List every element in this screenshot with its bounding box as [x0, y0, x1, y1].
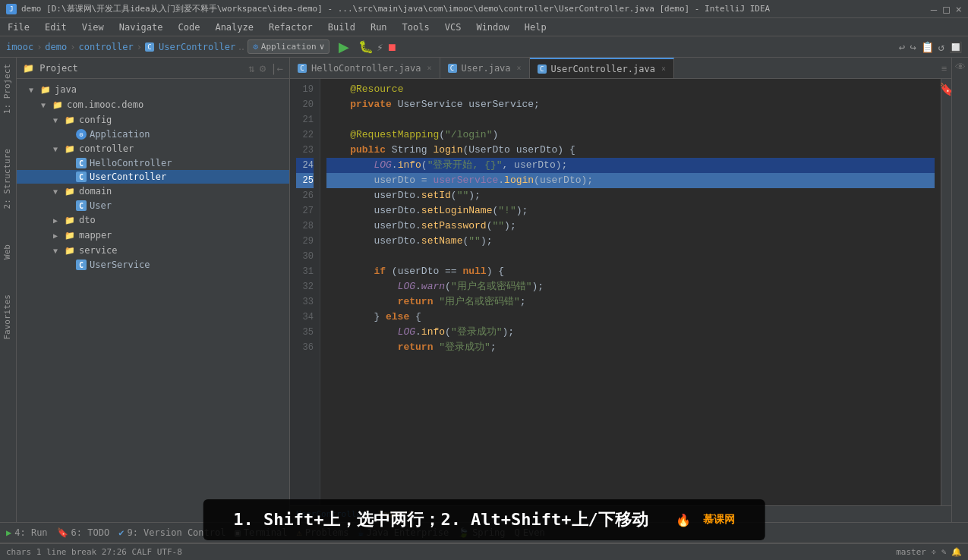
left-vertical-tabs: 1: Project 2: Structure Web Favorites: [0, 58, 17, 522]
layout-button[interactable]: 🔲: [949, 41, 962, 53]
copy-button[interactable]: 📋: [921, 41, 934, 53]
refresh-button[interactable]: ↺: [938, 41, 944, 53]
app-icon: J: [6, 4, 17, 14]
tab-favorites[interactable]: Favorites: [0, 288, 16, 346]
code-line-29: userDto.setName("");: [326, 234, 935, 249]
close-button[interactable]: ×: [956, 3, 962, 15]
code-line-22: @RequestMapping("/login"): [326, 127, 935, 143]
run-config-selector[interactable]: ⚙ Application ∨: [248, 39, 329, 54]
menu-item-navigate[interactable]: Navigate: [116, 20, 166, 34]
tree-item-controller[interactable]: ▼ 📁 controller: [17, 141, 289, 156]
code-line-27: userDto.setLoginName("!");: [326, 203, 935, 219]
breadcrumb-usercontroller[interactable]: UserController: [159, 42, 235, 52]
menu-item-run[interactable]: Run: [367, 20, 390, 34]
editor-area: C HelloController.java × C User.java × C…: [290, 58, 951, 522]
project-panel-actions: ⇅ ⚙ |←: [248, 62, 283, 74]
code-editor: 19 20 21 22 23 24 25 26 27 28 29 30 31 3…: [290, 79, 941, 505]
menu-item-tools[interactable]: Tools: [399, 20, 433, 34]
redo-button[interactable]: ↪: [910, 41, 916, 53]
tab-hellocontroller[interactable]: C HelloController.java ×: [290, 58, 440, 79]
breadcrumb-imooc[interactable]: imooc: [6, 42, 33, 52]
code-line-30: [326, 249, 935, 264]
settings-icon[interactable]: ⚙: [260, 62, 266, 74]
editor-with-gutter: 19 20 21 22 23 24 25 26 27 28 29 30 31 3…: [290, 79, 951, 505]
todo-tool-icon: 🔖: [57, 527, 68, 538]
run-tool[interactable]: ▶ 4: Run: [6, 527, 48, 538]
coverage-button[interactable]: ⚡: [377, 41, 383, 53]
breadcrumb-demo[interactable]: demo: [45, 42, 67, 52]
toolbar-right: ↩ ↪ 📋 ↺ 🔲: [899, 41, 962, 53]
tree-item-userservice[interactable]: C UserService: [17, 258, 289, 272]
code-line-21: [326, 112, 935, 127]
tree-item-usercontroller[interactable]: C UserController: [17, 170, 289, 184]
menu-bar: FileEditViewNavigateCodeAnalyzeRefactorB…: [0, 18, 968, 36]
tree-item-java[interactable]: ▼ 📁 java: [17, 82, 289, 97]
tree-item-application[interactable]: ⚙ Application: [17, 127, 289, 141]
project-panel-title: 📁 Project: [23, 63, 78, 74]
close-tab-1[interactable]: ×: [427, 64, 432, 72]
package-folder-icon: 📁: [52, 99, 64, 111]
java-class-icon-4: C: [76, 260, 87, 270]
controller-folder-icon: 📁: [64, 143, 76, 155]
tree-item-mapper[interactable]: ▶ 📁 mapper: [17, 228, 289, 243]
run-tool-label: 4: Run: [14, 527, 47, 538]
stop-button[interactable]: ⏹: [386, 41, 397, 53]
code-content[interactable]: @Resource private UserService userServic…: [320, 79, 941, 505]
minimize-button[interactable]: —: [931, 3, 937, 15]
line-numbers: 19 20 21 22 23 24 25 26 27 28 29 30 31 3…: [290, 79, 320, 505]
menu-item-analyze[interactable]: Analyze: [212, 20, 257, 34]
code-line-20: private UserService userService;: [326, 97, 935, 112]
code-line-31: if (userDto == null) {: [326, 264, 935, 279]
tree-item-com-imooc-demo[interactable]: ▼ 📁 com.imooc.demo: [17, 97, 289, 112]
code-line-34: } else {: [326, 310, 935, 325]
tab-usercontroller[interactable]: C UserController.java ×: [530, 58, 674, 79]
menu-item-code[interactable]: Code: [175, 20, 203, 34]
editor-right-gutter[interactable]: 🔖: [941, 79, 951, 505]
menu-item-view[interactable]: View: [79, 20, 107, 34]
close-tab-2[interactable]: ×: [517, 64, 522, 72]
debug-button[interactable]: 🐛: [358, 39, 374, 54]
menu-item-vcs[interactable]: VCS: [442, 20, 465, 34]
tree-item-dto[interactable]: ▶ 📁 dto: [17, 212, 289, 228]
eye-icon[interactable]: 👁: [955, 61, 966, 73]
breadcrumb-controller[interactable]: controller: [79, 42, 134, 52]
tab-settings-icon[interactable]: ≡: [941, 63, 947, 74]
java-class-icon-3: C: [76, 200, 87, 211]
maximize-button[interactable]: □: [943, 3, 949, 15]
menu-item-file[interactable]: File: [5, 20, 33, 34]
close-tab-3[interactable]: ×: [661, 64, 666, 73]
tab-java-icon-1: C: [298, 64, 307, 73]
menu-item-build[interactable]: Build: [325, 20, 358, 34]
java-class-icon-2: C: [76, 171, 87, 182]
tree-item-domain[interactable]: ▼ 📁 domain: [17, 184, 289, 199]
todo-tool[interactable]: 🔖 6: TODO: [57, 527, 110, 538]
tree-item-user[interactable]: C User: [17, 199, 289, 212]
run-button[interactable]: ▶: [333, 37, 355, 57]
menu-item-help[interactable]: Help: [522, 20, 550, 34]
tab-web[interactable]: Web: [0, 238, 16, 266]
domain-folder-icon: 📁: [64, 185, 76, 197]
code-line-19: @Resource: [326, 82, 935, 97]
code-line-35: LOG.info("登录成功");: [326, 325, 935, 340]
run-tool-icon: ▶: [6, 527, 11, 538]
undo-button[interactable]: ↩: [899, 41, 905, 53]
pin-icon[interactable]: |←: [270, 62, 283, 74]
tab-structure[interactable]: 2: Structure: [0, 143, 16, 215]
tab-user[interactable]: C User.java ×: [440, 58, 530, 79]
main-content: 1: Project 2: Structure Web Favorites 📁 …: [0, 58, 968, 522]
toolbar-breadcrumb: imooc › demo › controller › C UserContro…: [0, 36, 968, 58]
menu-item-window[interactable]: Window: [473, 20, 512, 34]
tree-item-hellocontroller[interactable]: C HelloController: [17, 156, 289, 170]
menu-item-edit[interactable]: Edit: [42, 20, 70, 34]
tab-project[interactable]: 1: Project: [0, 58, 16, 120]
title-bar-left: J demo [D:\慕课网\开发工具idea从入门到爱不释手\workspac…: [6, 3, 770, 14]
sync-icon[interactable]: ⇅: [248, 62, 254, 74]
brand-text: 慕课网: [703, 513, 735, 527]
menu-item-refactor[interactable]: Refactor: [266, 20, 316, 34]
code-line-23: public String login(UserDto userDto) {: [326, 143, 935, 158]
tree-item-service[interactable]: ▼ 📁 service: [17, 243, 289, 258]
right-vertical-tabs: 👁: [951, 58, 968, 522]
code-line-26: userDto.setId("");: [326, 188, 935, 203]
project-panel-header: 📁 Project ⇅ ⚙ |←: [17, 58, 289, 79]
tree-item-config[interactable]: ▼ 📁 config: [17, 112, 289, 127]
